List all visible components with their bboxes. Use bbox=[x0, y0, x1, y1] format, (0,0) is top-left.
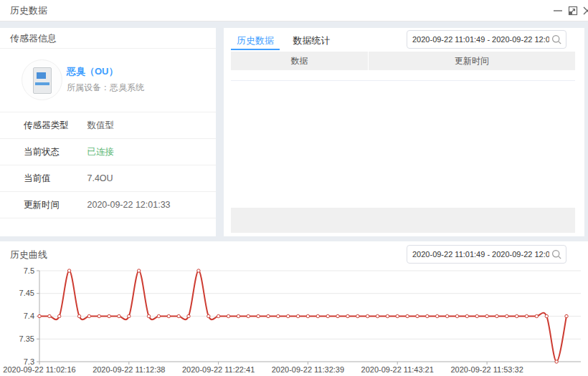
history-curve-panel: 历史曲线 7.37.357.47.457.52020-09-22 11:02:1… bbox=[0, 241, 588, 376]
svg-text:7.4: 7.4 bbox=[24, 312, 34, 320]
table-header: 数据 更新时间 bbox=[231, 52, 575, 70]
svg-text:2020-09-22 11:02:16: 2020-09-22 11:02:16 bbox=[3, 365, 75, 374]
table-footer bbox=[231, 208, 575, 233]
svg-text:7.5: 7.5 bbox=[24, 266, 34, 275]
info-label: 当前值 bbox=[24, 165, 85, 191]
history-line-chart: 7.37.357.47.457.52020-09-22 11:02:162020… bbox=[0, 265, 588, 376]
curve-title: 历史曲线 bbox=[10, 249, 47, 261]
sensor-info-panel: 传感器信息 恶臭（OU） 所属设备：恶臭系统 传感器类型 数值型 当前状态 已连… bbox=[0, 28, 216, 236]
history-data-panel: 历史数据 数据统计 数据 更新时间 bbox=[224, 28, 584, 236]
svg-text:7.3: 7.3 bbox=[24, 357, 34, 366]
svg-text:7.45: 7.45 bbox=[19, 289, 34, 297]
sensor-name-link[interactable]: 恶臭（OU） bbox=[67, 65, 118, 78]
maximize-icon[interactable] bbox=[567, 0, 579, 21]
tab-data-stats[interactable]: 数据统计 bbox=[290, 32, 333, 49]
info-row-current-value: 当前值 7.4OU bbox=[0, 165, 216, 192]
info-value: 数值型 bbox=[87, 120, 114, 130]
info-value: 2020-09-22 12:01:33 bbox=[87, 200, 170, 210]
sensor-image bbox=[33, 67, 52, 94]
svg-text:2020-09-22 11:43:21: 2020-09-22 11:43:21 bbox=[361, 365, 434, 374]
curve-date-range-input[interactable] bbox=[407, 246, 549, 263]
sensor-profile: 恶臭（OU） 所属设备：恶臭系统 bbox=[0, 49, 216, 112]
info-row-current-status: 当前状态 已连接 bbox=[0, 139, 216, 165]
search-icon[interactable] bbox=[551, 34, 563, 46]
info-label: 传感器类型 bbox=[24, 112, 85, 138]
date-range-picker[interactable] bbox=[407, 30, 566, 49]
date-range-input[interactable] bbox=[407, 31, 549, 48]
tab-history-data[interactable]: 历史数据 bbox=[234, 32, 277, 49]
svg-text:7.35: 7.35 bbox=[19, 334, 34, 343]
sensor-avatar bbox=[22, 59, 62, 100]
svg-text:2020-09-22 11:22:41: 2020-09-22 11:22:41 bbox=[182, 365, 255, 374]
table-header-data: 数据 bbox=[231, 52, 368, 70]
info-row-sensor-type: 传感器类型 数值型 bbox=[0, 112, 216, 139]
minimize-icon[interactable] bbox=[552, 0, 564, 21]
window-title: 历史数据 bbox=[10, 0, 47, 21]
info-value: 7.4OU bbox=[87, 173, 113, 183]
svg-text:2020-09-22 11:12:38: 2020-09-22 11:12:38 bbox=[93, 365, 165, 374]
data-table: 数据 更新时间 bbox=[231, 52, 575, 81]
close-icon[interactable] bbox=[582, 0, 588, 21]
status-badge: 已连接 bbox=[87, 147, 114, 157]
sensor-info-title: 传感器信息 bbox=[0, 28, 216, 49]
info-label: 更新时间 bbox=[24, 192, 85, 218]
svg-text:2020-09-22 11:32:39: 2020-09-22 11:32:39 bbox=[272, 365, 344, 374]
tabs-row: 历史数据 数据统计 bbox=[224, 28, 584, 50]
svg-text:2020-09-22 11:53:32: 2020-09-22 11:53:32 bbox=[450, 365, 523, 374]
table-header-update-time: 更新时间 bbox=[369, 52, 575, 70]
window-titlebar: 历史数据 bbox=[0, 0, 588, 21]
info-label: 当前状态 bbox=[24, 139, 85, 165]
table-empty-row bbox=[231, 70, 575, 81]
sensor-device-label: 所属设备：恶臭系统 bbox=[67, 82, 144, 94]
curve-date-range-picker[interactable] bbox=[407, 245, 566, 264]
history-data-window: 历史数据 传感器信息 恶臭（OU） 所属设备：恶臭系统 传感器类型 数值型 bbox=[0, 0, 588, 376]
search-icon[interactable] bbox=[551, 249, 563, 261]
info-row-update-time: 更新时间 2020-09-22 12:01:33 bbox=[0, 192, 216, 218]
